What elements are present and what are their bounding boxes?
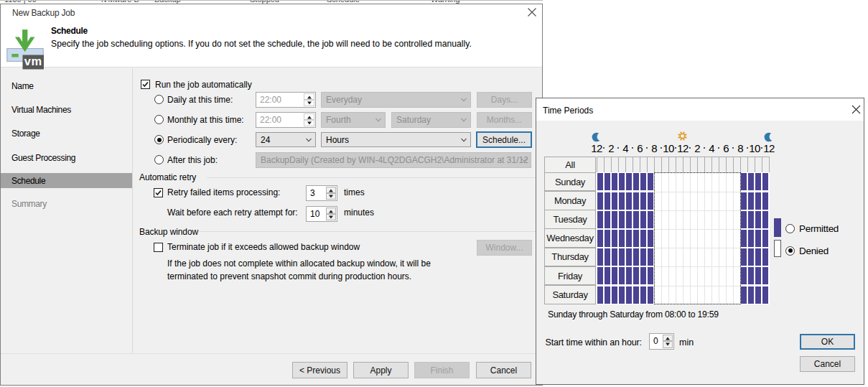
svg-text:vm: vm bbox=[24, 55, 42, 67]
